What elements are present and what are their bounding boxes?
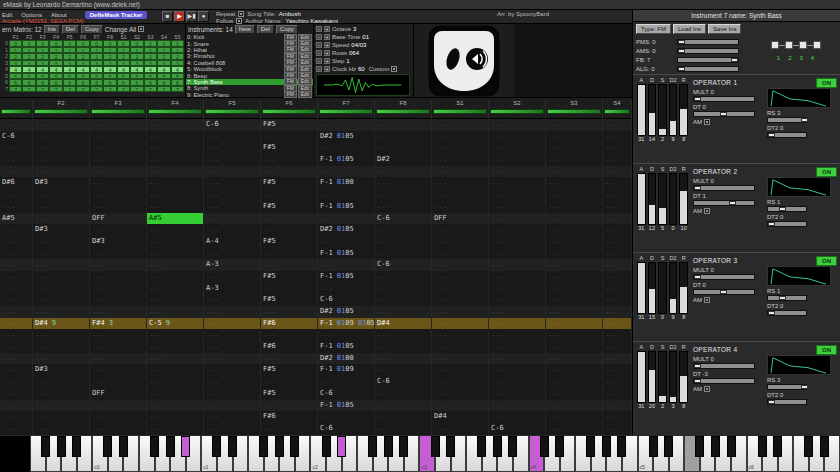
minus-button[interactable]: - bbox=[316, 66, 322, 72]
pattern-cell[interactable]: ... bbox=[375, 294, 432, 306]
pattern-cell[interactable]: ... bbox=[90, 224, 147, 236]
dt2-slider[interactable] bbox=[767, 399, 807, 405]
pattern-cell[interactable]: ... bbox=[546, 142, 603, 154]
adsr-slider[interactable] bbox=[637, 262, 646, 314]
adsr-slider[interactable] bbox=[679, 262, 688, 314]
adsr-slider[interactable] bbox=[658, 351, 667, 403]
pattern-cell[interactable]: ... bbox=[33, 400, 90, 412]
pattern-cell[interactable]: ... bbox=[147, 400, 204, 412]
dt-slider[interactable] bbox=[693, 111, 755, 117]
matrix-cell[interactable]: 7 bbox=[171, 86, 184, 93]
pattern-cell[interactable]: ... bbox=[546, 201, 603, 213]
matrix-cell[interactable]: 7 bbox=[130, 86, 143, 93]
rs-slider[interactable] bbox=[767, 384, 807, 390]
pattern-cell[interactable]: ... bbox=[318, 411, 375, 423]
mult-slider[interactable] bbox=[693, 185, 755, 191]
pattern-cell[interactable]: ... bbox=[0, 294, 33, 306]
pattern-cell[interactable]: ... bbox=[546, 411, 603, 423]
pattern-cell[interactable]: D#3 bbox=[33, 364, 90, 376]
pattern-cell[interactable]: ... bbox=[204, 177, 261, 189]
adsr-slider[interactable] bbox=[658, 173, 667, 225]
pattern-cell[interactable]: ... bbox=[375, 177, 432, 189]
pattern-cell[interactable]: ... bbox=[318, 329, 375, 341]
adsr-slider[interactable] bbox=[648, 84, 657, 136]
matrix-cell[interactable]: 7 bbox=[90, 86, 103, 93]
pattern-cell[interactable]: ... bbox=[0, 353, 33, 365]
piano-black-key[interactable] bbox=[399, 436, 408, 457]
pattern-cell[interactable]: ... bbox=[318, 142, 375, 154]
pattern-cell[interactable]: ... bbox=[204, 271, 261, 283]
minus-button[interactable]: - bbox=[316, 58, 322, 64]
pattern-cell[interactable]: ... bbox=[603, 341, 632, 353]
mult-slider[interactable] bbox=[693, 363, 755, 369]
pattern-cell[interactable]: ... bbox=[204, 318, 261, 330]
pattern-cell[interactable]: C-6 bbox=[375, 376, 432, 388]
pattern-cell[interactable]: ... bbox=[432, 306, 489, 318]
pattern-cell[interactable]: ... bbox=[90, 376, 147, 388]
pattern-cell[interactable]: F-1 0109 0105 bbox=[318, 318, 375, 330]
pattern-cell[interactable]: ... bbox=[90, 119, 147, 131]
pattern-cell[interactable]: ... bbox=[489, 318, 546, 330]
channel-header[interactable]: F4 bbox=[147, 100, 204, 119]
pattern-cell[interactable]: ... bbox=[375, 166, 432, 178]
pattern-cell[interactable]: ... bbox=[318, 283, 375, 295]
piano-black-key[interactable] bbox=[477, 436, 486, 457]
pattern-cell[interactable]: ... bbox=[147, 411, 204, 423]
pattern-cell[interactable]: ... bbox=[33, 411, 90, 423]
author-value[interactable]: Yasuhiro Kawakami bbox=[285, 18, 338, 24]
rs-slider[interactable] bbox=[767, 206, 807, 212]
pattern-cell[interactable]: ... bbox=[489, 236, 546, 248]
pattern-cell[interactable]: ... bbox=[318, 189, 375, 201]
pattern-cell[interactable]: ... bbox=[261, 131, 318, 143]
pattern-cell[interactable]: ... bbox=[432, 283, 489, 295]
pattern-cell[interactable]: ... bbox=[204, 294, 261, 306]
dt2-slider[interactable] bbox=[767, 132, 807, 138]
pattern-cell[interactable]: ... bbox=[375, 364, 432, 376]
pattern-cell[interactable]: ... bbox=[432, 142, 489, 154]
pattern-cell[interactable]: ... bbox=[33, 236, 90, 248]
pattern-cell[interactable]: ... bbox=[261, 329, 318, 341]
pattern-cell[interactable]: ... bbox=[261, 166, 318, 178]
pattern-cell[interactable]: A#5 bbox=[0, 213, 33, 225]
adsr-slider[interactable] bbox=[669, 84, 678, 136]
piano-black-key[interactable] bbox=[431, 436, 440, 457]
piano-black-key[interactable] bbox=[212, 436, 221, 457]
pattern-cell[interactable]: D#2 0105 bbox=[318, 224, 375, 236]
pattern-cell[interactable]: ... bbox=[318, 259, 375, 271]
pattern-cell[interactable]: ... bbox=[603, 376, 632, 388]
stop-button[interactable]: ■ bbox=[162, 11, 173, 22]
matrix-cell[interactable]: 7 bbox=[117, 86, 130, 93]
pattern-cell[interactable]: A-3 bbox=[204, 259, 261, 271]
adsr-slider[interactable] bbox=[637, 84, 646, 136]
pattern-cell[interactable]: ... bbox=[375, 329, 432, 341]
pattern-cell[interactable]: ... bbox=[0, 224, 33, 236]
pattern-cell[interactable]: ... bbox=[204, 341, 261, 353]
pattern-cell[interactable]: ... bbox=[204, 364, 261, 376]
pattern-cell[interactable]: OFF bbox=[90, 213, 147, 225]
pattern-cell[interactable]: F#5 bbox=[261, 201, 318, 213]
pattern-cell[interactable]: ... bbox=[90, 306, 147, 318]
pattern-cell[interactable]: ... bbox=[147, 294, 204, 306]
matrix-cell[interactable]: 7 bbox=[9, 86, 22, 93]
pattern-cell[interactable]: ... bbox=[33, 283, 90, 295]
pattern-cell[interactable]: ... bbox=[489, 329, 546, 341]
pattern-cell[interactable]: ... bbox=[147, 201, 204, 213]
pattern-cell[interactable]: ... bbox=[33, 259, 90, 271]
plus-button[interactable]: + bbox=[324, 50, 330, 56]
pattern-cell[interactable]: D#2 0105 bbox=[318, 306, 375, 318]
pattern-cell[interactable]: ... bbox=[546, 259, 603, 271]
pattern-cell[interactable]: ... bbox=[546, 213, 603, 225]
pattern-cell[interactable]: ... bbox=[261, 353, 318, 365]
pattern-cell[interactable]: ... bbox=[261, 423, 318, 435]
pattern-cell[interactable]: ... bbox=[147, 376, 204, 388]
pattern-cell[interactable]: ... bbox=[603, 283, 632, 295]
piano-black-key[interactable] bbox=[804, 436, 813, 457]
pattern-cell[interactable]: ... bbox=[546, 353, 603, 365]
pattern-cell[interactable]: ... bbox=[375, 388, 432, 400]
matrix-copy-button[interactable]: Copy bbox=[81, 25, 103, 34]
pattern-cell[interactable]: ... bbox=[603, 154, 632, 166]
custom-checkbox[interactable] bbox=[391, 66, 397, 72]
pattern-cell[interactable]: ... bbox=[147, 154, 204, 166]
pattern-cell[interactable]: ... bbox=[147, 353, 204, 365]
pattern-cell[interactable]: ... bbox=[90, 283, 147, 295]
